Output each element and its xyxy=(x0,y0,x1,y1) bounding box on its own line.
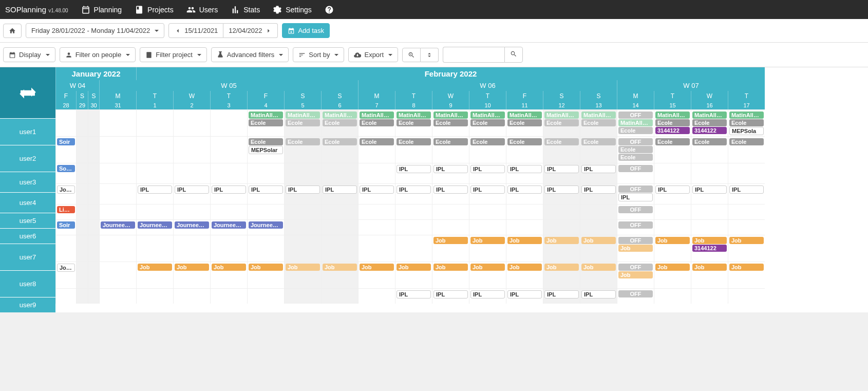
task-block[interactable]: MatinAllure xyxy=(360,111,394,119)
timeline-cell[interactable]: IPL xyxy=(728,183,765,204)
task-block[interactable]: IPL xyxy=(581,185,616,194)
task-block[interactable]: Ecole xyxy=(729,119,764,126)
timeline-cell[interactable] xyxy=(358,235,395,262)
timeline-cell[interactable] xyxy=(136,235,173,262)
timeline-cell[interactable]: Job xyxy=(543,262,580,288)
timeline-cell[interactable]: MatinAllureEcole xyxy=(395,109,432,136)
task-block[interactable]: IPL xyxy=(286,185,320,194)
timeline-cell[interactable]: OFF xyxy=(617,288,654,304)
task-block[interactable]: IPL xyxy=(249,185,283,194)
task-block[interactable]: Ecole xyxy=(323,119,357,126)
timeline-cell[interactable]: Ecole xyxy=(728,136,765,163)
timeline-cell[interactable]: Job xyxy=(173,262,210,288)
task-block[interactable]: Ecole xyxy=(618,146,653,153)
timeline-cell[interactable] xyxy=(210,163,247,183)
timeline-cell[interactable] xyxy=(432,204,469,219)
user-row-header[interactable]: user6 xyxy=(0,228,55,244)
task-block[interactable]: Ecole xyxy=(581,138,616,145)
timeline-cell[interactable] xyxy=(284,204,321,219)
user-row-header[interactable]: user8 xyxy=(0,270,55,297)
timeline-cell[interactable]: IPL xyxy=(210,183,247,204)
timeline-cell[interactable]: Job xyxy=(654,262,691,288)
nav-users[interactable]: Users xyxy=(186,5,218,14)
task-block[interactable]: Job xyxy=(729,237,764,244)
timeline-cell[interactable]: IPL xyxy=(173,183,210,204)
task-block[interactable]: Job xyxy=(692,237,727,244)
timeline-cell[interactable]: Job xyxy=(284,262,321,288)
user-row-header[interactable]: user1 xyxy=(0,118,55,145)
timeline-cell[interactable] xyxy=(247,204,284,219)
task-block[interactable]: Job xyxy=(655,237,690,244)
nav-help[interactable] xyxy=(325,5,334,14)
timeline-cell[interactable]: IPL xyxy=(654,183,691,204)
timeline-cell[interactable] xyxy=(76,163,88,183)
task-block[interactable]: Job xyxy=(618,271,653,278)
timeline-cell[interactable] xyxy=(247,235,284,262)
timeline-cell[interactable] xyxy=(395,204,432,219)
timeline-cell[interactable]: Ecole xyxy=(654,136,691,163)
timeline-cell[interactable]: Ligne xyxy=(55,204,76,219)
task-block[interactable]: IPL xyxy=(138,185,172,194)
task-block[interactable]: Job xyxy=(286,264,320,271)
task-block[interactable]: Job xyxy=(212,264,246,271)
timeline-cell[interactable]: Job xyxy=(580,235,617,262)
timeline-cell[interactable]: Job xyxy=(543,235,580,262)
timeline-cell[interactable] xyxy=(76,183,88,204)
task-block[interactable]: MatinAllure xyxy=(433,111,468,119)
timeline-cell[interactable] xyxy=(728,288,765,304)
task-block[interactable]: MEPSolar xyxy=(249,146,283,154)
task-block[interactable]: Job xyxy=(692,264,727,271)
timeline-cell[interactable]: IPL xyxy=(469,183,506,204)
user-row-header[interactable]: user4 xyxy=(0,192,55,213)
task-block[interactable]: Ecole xyxy=(323,138,357,145)
timeline-cell[interactable]: Job xyxy=(654,235,691,262)
nav-settings[interactable]: Settings xyxy=(273,5,312,14)
task-block[interactable]: 3144122 xyxy=(692,245,727,252)
task-block[interactable]: IPL xyxy=(470,290,505,299)
timeline-cell[interactable]: Job xyxy=(728,235,765,262)
timeline-cell[interactable]: JourneeSolar xyxy=(55,262,76,288)
nav-stats[interactable]: Stats xyxy=(231,5,260,14)
timeline-cell[interactable]: OFFJob xyxy=(617,262,654,288)
timeline-cell[interactable] xyxy=(99,109,136,136)
task-block[interactable]: MatinAllure xyxy=(544,111,579,119)
timeline-cell[interactable] xyxy=(99,262,136,288)
task-block[interactable]: OFF xyxy=(618,290,653,297)
timeline-cell[interactable]: Job xyxy=(432,262,469,288)
task-block[interactable]: OFF xyxy=(618,111,653,119)
timeline-cell[interactable]: JourneeAllur xyxy=(173,219,210,235)
task-block[interactable]: IPL xyxy=(507,290,542,299)
user-row-header[interactable]: user5 xyxy=(0,213,55,228)
timeline-cell[interactable] xyxy=(728,204,765,219)
task-block[interactable]: Ecole xyxy=(618,127,653,134)
timeline-cell[interactable] xyxy=(654,219,691,235)
timeline-cell[interactable]: IPL xyxy=(580,183,617,204)
timeline-cell[interactable]: OFFMatinAllureEcole xyxy=(617,109,654,136)
task-block[interactable]: Soir xyxy=(57,221,75,229)
timeline-cell[interactable] xyxy=(284,219,321,235)
timeline-cell[interactable] xyxy=(395,235,432,262)
task-block[interactable]: IPL xyxy=(470,165,505,173)
task-block[interactable]: IPL xyxy=(507,165,542,173)
nav-projects[interactable]: Projects xyxy=(135,5,174,14)
timeline-cell[interactable]: JourneeAllur xyxy=(136,219,173,235)
task-block[interactable]: Ecole xyxy=(470,138,505,145)
timeline-cell[interactable]: MatinAllureEcole xyxy=(247,109,284,136)
timeline-cell[interactable]: EcoleMEPSolar xyxy=(247,136,284,163)
task-block[interactable]: IPL xyxy=(544,185,579,194)
timeline-cell[interactable] xyxy=(691,288,728,304)
date-prev-button[interactable]: 15/11/2021 xyxy=(168,23,223,38)
task-block[interactable]: 3144122 xyxy=(692,127,727,134)
task-block[interactable]: MatinAllure xyxy=(286,111,320,119)
task-block[interactable]: SoirSolar xyxy=(57,165,75,172)
timeline-cell[interactable]: Ecole xyxy=(284,136,321,163)
timeline-cell[interactable]: OFFEcoleEcole xyxy=(617,136,654,163)
timeline-cell[interactable] xyxy=(506,219,543,235)
task-block[interactable]: Job xyxy=(249,264,283,271)
timeline-cell[interactable]: IPL xyxy=(580,288,617,304)
task-block[interactable]: IPL xyxy=(692,185,727,194)
timeline-cell[interactable] xyxy=(321,288,358,304)
task-block[interactable]: Job xyxy=(433,264,468,271)
timeline-cell[interactable] xyxy=(99,235,136,262)
timeline-cell[interactable] xyxy=(88,163,99,183)
